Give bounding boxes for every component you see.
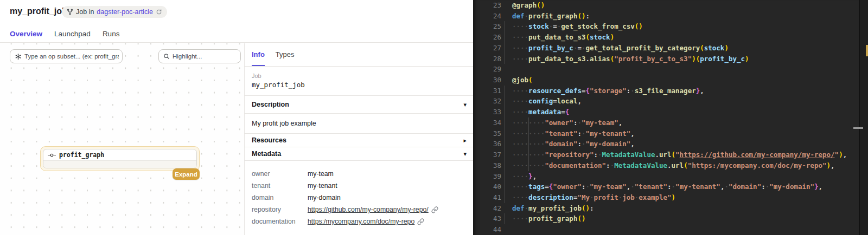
node-label: profit_graph [59,151,104,159]
chevron-down-icon: ▾ [463,151,467,158]
line-number: 32 [473,96,501,107]
code-line: 43····profit_graph() [473,213,868,224]
section-body-description: My profit job example [245,114,473,134]
code-line: 36········"domain":·"my-domain", [473,139,868,149]
line-number: 33 [473,107,501,118]
info-tab-types[interactable]: Types [276,50,295,66]
line-number: 41 [473,192,501,203]
line-number: 39 [473,171,501,182]
metadata-link[interactable]: https://github.com/my-company/my-repo/ [308,206,429,213]
code-line: 26····put_data_to_s3(stock) [473,32,868,43]
metadata-row: repositoryhttps://github.com/my-company/… [252,204,466,216]
code-line: 29 [473,64,868,75]
indent-guide [505,86,505,203]
code-line: 39····}, [473,171,868,182]
line-number: 37 [473,149,501,160]
line-number: 27 [473,43,501,54]
info-tab-info[interactable]: Info [252,50,265,66]
link-icon[interactable] [431,206,438,213]
line-number: 31 [473,86,501,96]
link-icon[interactable] [417,218,424,225]
section-label: Description [252,101,289,108]
page: my_profit_job Job in dagster-poc-article… [0,0,868,235]
graph-node-body [43,161,196,168]
search-icon [163,53,170,60]
dagster-app-pane: my_profit_job Job in dagster-poc-article… [0,0,473,235]
metadata-value: my-domain [308,194,341,201]
metadata-row: domainmy-domain [252,192,466,204]
job-location-badge: Job in dagster-poc-article [62,6,167,18]
info-sections: Description▾My profit job exampleResourc… [245,96,473,161]
graph-node-profit-graph[interactable]: profit_graph [40,146,200,171]
line-number: 25 [473,21,501,32]
metadata-table: ownermy-teamtenantmy-tenantdomainmy-doma… [245,161,473,227]
op-graph-canvas[interactable]: profit_graph Expand [0,43,244,235]
indent-guide [505,21,505,64]
reload-icon[interactable] [156,9,162,15]
op-subset-filter [10,49,123,63]
op-icon [48,153,56,158]
indent-guide [505,213,505,224]
code-line: 42def·my_profit_job(): [473,203,868,214]
metadata-row: ownermy-team [252,168,466,180]
indent-guide [528,118,529,171]
expand-button[interactable]: Expand [173,168,200,180]
code-line: 33····metadata={ [473,107,868,118]
page-title: my_profit_job [10,6,67,16]
code-line: 30@job( [473,75,868,86]
line-number: 24 [473,11,501,22]
code-line: 24def·profit_graph(): [473,11,868,22]
code-line: 34········"owner":·"my-team", [473,118,868,128]
metadata-key: tenant [252,182,308,190]
code-line: 37········"repository":·MetadataValue.ur… [473,149,868,160]
code-line: 41····description="My·profit·job·example… [473,192,868,203]
metadata-value: my-team [308,170,334,178]
line-number: 43 [473,213,501,224]
line-number: 23 [473,0,501,11]
graph-node-box: profit_graph [43,149,197,168]
line-number: 42 [473,203,501,214]
code-lines: 23@graph()24def·profit_graph():25····sto… [473,0,868,235]
highlight-input[interactable] [173,53,237,60]
graph-node-header: profit_graph [43,149,196,161]
line-number: 36 [473,139,501,149]
metadata-row: tenantmy-tenant [252,180,466,192]
line-number: 35 [473,128,501,139]
code-line: 31····resource_defs={"storage":·s3_file_… [473,86,868,96]
section-label: Resources [252,136,286,144]
code-line: 25····stock·=·get_stock_from_csv() [473,21,868,32]
metadata-row: documentationhttps:/mycompany.com/doc/my… [252,216,466,227]
line-number: 28 [473,54,501,64]
badge-prefix: Job in [76,8,94,16]
chevron-down-icon: ▾ [463,101,467,108]
metadata-value: my-tenant [308,182,337,190]
section-header-metadata[interactable]: Metadata▾ [245,147,473,161]
metadata-key: repository [252,206,308,213]
repo-link[interactable]: dagster-poc-article [97,8,153,16]
line-number: 40 [473,181,501,192]
op-selector-icon [15,53,22,60]
op-subset-input[interactable] [24,53,119,60]
section-header-resources[interactable]: Resources▸ [245,134,473,147]
info-panel-tabs: InfoTypes [245,43,473,67]
code-line: 38········"documentation":·MetadataValue… [473,160,868,171]
line-number: 44 [473,224,501,235]
job-name-block: Job my_profit_job [245,67,473,96]
job-name-value: my_profit_job [252,81,466,89]
metadata-key: documentation [252,218,308,225]
line-number: 26 [473,32,501,43]
section-header-description[interactable]: Description▾ [245,96,473,114]
code-line: 40····tags={"owner":·"my-team",·"tenant"… [473,181,868,192]
chevron-right-icon: ▸ [463,137,467,144]
code-line: 28····put_data_to_s3.alias("profit_by_c_… [473,54,868,64]
code-line: 27····profit_by_c·=·get_total_profit_by_… [473,43,868,54]
metadata-key: domain [252,194,308,201]
section-label: Metadata [252,150,281,158]
line-number: 30 [473,75,501,86]
code-editor[interactable]: 23@graph()24def·profit_graph():25····sto… [473,0,868,235]
metadata-link[interactable]: https:/mycompany.com/doc/my-repo [308,218,414,225]
code-line: 23@graph() [473,0,868,11]
editor-scrollbar[interactable] [859,0,868,235]
metadata-key: owner [252,170,308,178]
code-line: 44 [473,224,868,235]
